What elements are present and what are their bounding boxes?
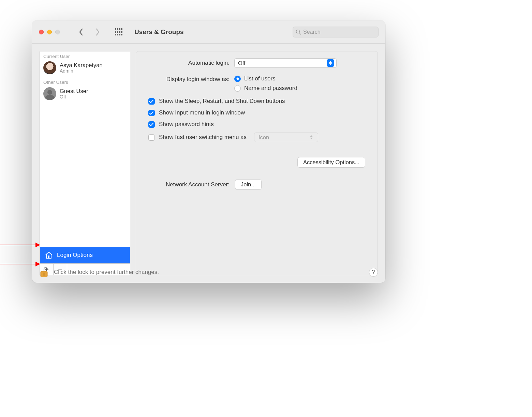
content-area: Current User Asya Karapetyan Admin Other… bbox=[32, 44, 385, 283]
lock-text: Click the lock to prevent further change… bbox=[54, 269, 159, 276]
nav-buttons bbox=[74, 26, 104, 38]
show-all-button[interactable] bbox=[114, 27, 123, 37]
radio-icon bbox=[234, 85, 241, 92]
close-button[interactable] bbox=[39, 30, 44, 34]
display-login-label: Display login window as: bbox=[148, 75, 230, 83]
login-options-panel: Automatic login: Off Display login windo… bbox=[136, 51, 378, 275]
checkbox-icon bbox=[148, 98, 155, 105]
user-status: Off bbox=[60, 94, 88, 99]
avatar bbox=[43, 61, 56, 74]
check-password-hints[interactable]: Show password hints bbox=[148, 121, 365, 128]
check-input-menu[interactable]: Show Input menu in login window bbox=[148, 109, 365, 116]
search-input[interactable] bbox=[303, 29, 375, 35]
login-options-row[interactable]: Login Options bbox=[40, 247, 130, 263]
help-button[interactable]: ? bbox=[369, 268, 378, 277]
user-role: Admin bbox=[60, 68, 103, 74]
login-options-label: Login Options bbox=[57, 252, 93, 259]
check-sleep-restart-shutdown[interactable]: Show the Sleep, Restart, and Shut Down b… bbox=[148, 98, 365, 105]
check-fast-user-switching[interactable]: Show fast user switching menu as Icon bbox=[148, 133, 365, 142]
forward-button bbox=[91, 26, 104, 38]
checkbox-icon bbox=[148, 121, 155, 128]
preferences-window: Users & Groups Current User Asya Karapet… bbox=[32, 20, 385, 283]
grid-icon bbox=[115, 28, 122, 36]
radio-name-password[interactable]: Name and password bbox=[234, 85, 297, 92]
sidebar-spacer bbox=[40, 103, 130, 247]
other-users-header: Other Users bbox=[40, 77, 130, 86]
users-sidebar: Current User Asya Karapetyan Admin Other… bbox=[40, 51, 130, 275]
current-user-header: Current User bbox=[40, 51, 130, 60]
svg-line-1 bbox=[299, 33, 301, 34]
check-label: Show password hints bbox=[159, 121, 214, 128]
select-stepper-icon bbox=[308, 134, 315, 141]
lock-button[interactable] bbox=[40, 266, 49, 278]
select-stepper-icon bbox=[327, 59, 334, 67]
other-user-row[interactable]: Guest User Off bbox=[40, 86, 130, 103]
join-button[interactable]: Join... bbox=[235, 179, 262, 190]
network-account-label: Network Account Server: bbox=[148, 181, 230, 188]
fast-switch-value: Icon bbox=[258, 134, 269, 141]
titlebar: Users & Groups bbox=[32, 20, 385, 44]
auto-login-label: Automatic login: bbox=[148, 60, 230, 66]
radio-label: Name and password bbox=[244, 85, 297, 92]
annotation-arrow-add-user bbox=[0, 245, 40, 245]
search-field[interactable] bbox=[293, 27, 379, 37]
house-icon bbox=[45, 251, 53, 259]
auto-login-value: Off bbox=[238, 60, 246, 66]
radio-list-of-users[interactable]: List of users bbox=[234, 75, 297, 82]
accessibility-options-button[interactable]: Accessibility Options... bbox=[297, 157, 365, 168]
fast-switch-select: Icon bbox=[254, 133, 318, 142]
user-name: Guest User bbox=[60, 88, 88, 94]
page-title: Users & Groups bbox=[134, 28, 184, 36]
user-name: Asya Karapetyan bbox=[60, 62, 103, 68]
search-icon bbox=[296, 29, 301, 35]
avatar bbox=[43, 87, 56, 100]
unlock-icon bbox=[40, 266, 49, 278]
minimize-button[interactable] bbox=[47, 30, 52, 34]
window-controls bbox=[39, 30, 60, 34]
check-label: Show the Sleep, Restart, and Shut Down b… bbox=[159, 98, 285, 105]
auto-login-select[interactable]: Off bbox=[234, 58, 337, 68]
check-label: Show Input menu in login window bbox=[159, 109, 245, 116]
check-label: Show fast user switching menu as bbox=[159, 134, 247, 141]
lock-bar: Click the lock to prevent further change… bbox=[40, 266, 378, 278]
current-user-row[interactable]: Asya Karapetyan Admin bbox=[40, 60, 130, 77]
radio-label: List of users bbox=[244, 75, 276, 82]
checkbox-icon bbox=[148, 110, 155, 116]
svg-rect-3 bbox=[41, 271, 47, 277]
zoom-button bbox=[55, 30, 60, 34]
annotation-arrow-lock bbox=[0, 264, 40, 264]
checkbox-icon bbox=[148, 134, 155, 141]
radio-icon bbox=[234, 76, 241, 82]
svg-rect-2 bbox=[48, 256, 49, 258]
back-button[interactable] bbox=[74, 26, 88, 38]
